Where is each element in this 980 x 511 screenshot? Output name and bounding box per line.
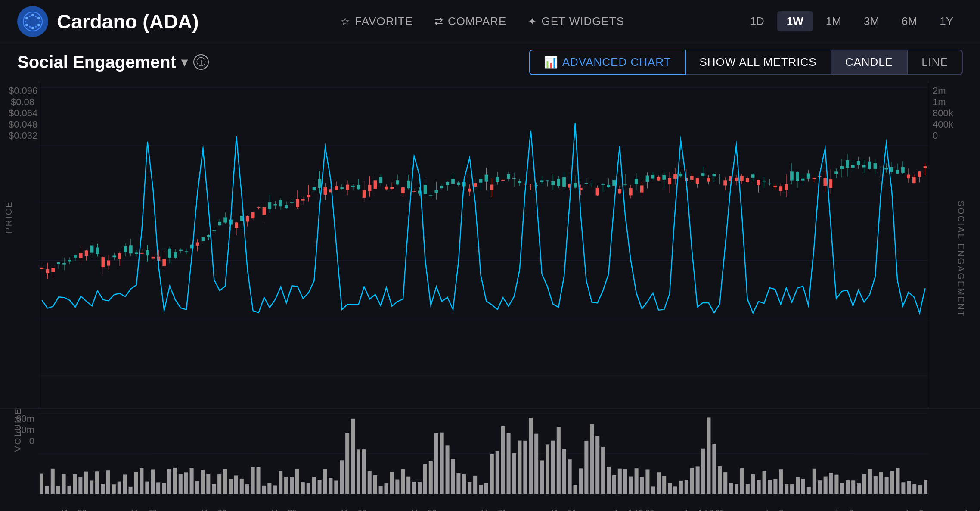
time-1w[interactable]: 1W [777, 11, 813, 31]
price-label-0: $0.096 [9, 85, 34, 97]
chart-body [39, 81, 928, 408]
compare-button[interactable]: ⇄ COMPARE [434, 15, 507, 28]
price-label-2: $0.064 [9, 108, 34, 119]
chart-header: Social Engagement ▾ ⓘ 📊 ADVANCED CHART S… [0, 43, 980, 81]
logo-area: Cardano (ADA) [17, 6, 199, 37]
y-axis-right: 2m 1m 800k 400k 0 SOCIAL ENGAGEMENT [928, 81, 980, 408]
svg-point-9 [25, 21, 26, 22]
chart-container: Social Engagement ▾ ⓘ 📊 ADVANCED CHART S… [0, 43, 980, 511]
widgets-button[interactable]: ✦ GET WIDGETS [528, 15, 624, 28]
price-label-4: $0.032 [9, 130, 34, 141]
star-icon: ☆ [341, 16, 350, 28]
advanced-chart-button[interactable]: 📊 ADVANCED CHART [529, 50, 686, 75]
svg-point-8 [35, 16, 37, 17]
svg-point-12 [35, 26, 37, 28]
favorite-button[interactable]: ☆ FAVORITE [341, 15, 413, 28]
candle-button[interactable]: CANDLE [831, 50, 908, 75]
social-label-2: 800k [933, 108, 976, 119]
svg-point-11 [29, 26, 31, 28]
coin-logo [17, 6, 48, 37]
svg-point-1 [31, 14, 34, 16]
svg-point-6 [37, 24, 40, 26]
metric-title: Social Engagement ▾ [17, 53, 187, 72]
social-axis-label: SOCIAL ENGAGEMENT [956, 201, 966, 287]
svg-point-4 [37, 17, 40, 19]
social-label-4: 0 [933, 130, 976, 141]
y-axis-left: $0.096 $0.08 $0.064 $0.048 $0.032 PRICE [0, 81, 39, 408]
volume-section: 60m 30m 0 VOLUME [0, 408, 980, 503]
volume-body [39, 409, 928, 503]
x-axis-canvas [39, 503, 980, 511]
social-label-1: 1m [933, 97, 976, 108]
header-actions: ☆ FAVORITE ⇄ COMPARE ✦ GET WIDGETS [225, 15, 741, 28]
line-button[interactable]: LINE [908, 50, 963, 75]
time-1m[interactable]: 1M [816, 11, 851, 31]
volume-y-axis: 60m 30m 0 VOLUME [0, 409, 39, 503]
header: Cardano (ADA) ☆ FAVORITE ⇄ COMPARE ✦ GET… [0, 0, 980, 43]
time-filters: 1D 1W 1M 3M 6M 1Y [741, 11, 963, 31]
price-label-3: $0.048 [9, 119, 34, 130]
social-label-0: 2m [933, 85, 976, 97]
chart-bar-icon: 📊 [544, 56, 558, 69]
show-all-metrics-button[interactable]: SHOW ALL METRICS [686, 50, 831, 75]
time-1y[interactable]: 1Y [930, 11, 963, 31]
widget-icon: ✦ [528, 16, 537, 28]
metric-selector[interactable]: Social Engagement ▾ ⓘ [17, 53, 209, 72]
main-chart-canvas [39, 81, 928, 408]
dropdown-arrow-icon: ▾ [181, 55, 187, 69]
volume-right-pad [928, 409, 980, 503]
svg-point-5 [25, 24, 28, 26]
x-axis-area [0, 503, 980, 511]
price-axis-label: PRICE [4, 200, 14, 233]
main-chart-area: $0.096 $0.08 $0.064 $0.048 $0.032 PRICE … [0, 81, 980, 408]
social-label-3: 400k [933, 119, 976, 130]
time-3m[interactable]: 3M [854, 11, 889, 31]
compare-icon: ⇄ [434, 16, 443, 28]
time-6m[interactable]: 6M [892, 11, 927, 31]
svg-point-10 [39, 21, 41, 22]
volume-axis-label: VOLUME [13, 408, 23, 452]
time-1d[interactable]: 1D [741, 11, 774, 31]
svg-point-3 [25, 17, 28, 19]
price-label-1: $0.08 [9, 97, 34, 108]
info-icon[interactable]: ⓘ [193, 54, 209, 70]
volume-chart-canvas [39, 409, 928, 503]
chart-controls: 📊 ADVANCED CHART SHOW ALL METRICS CANDLE… [529, 50, 963, 75]
coin-title: Cardano (ADA) [57, 10, 199, 33]
svg-point-7 [29, 16, 31, 17]
svg-point-2 [31, 27, 34, 29]
